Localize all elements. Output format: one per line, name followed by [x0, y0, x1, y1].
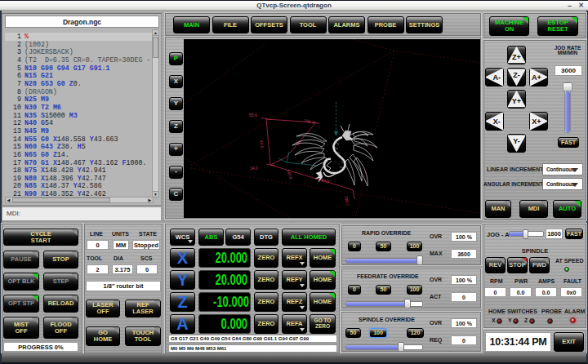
- svg-text:X-: X-: [493, 118, 501, 126]
- svg-text:55.6: 55.6: [249, 113, 257, 118]
- svg-text:Z+: Z+: [512, 53, 521, 61]
- svg-text:82.9: 82.9: [321, 177, 330, 184]
- svg-text:Y-: Y-: [513, 137, 520, 145]
- svg-text:140.9: 140.9: [286, 169, 293, 180]
- svg-text:100.4: 100.4: [304, 118, 315, 125]
- svg-text:Z-: Z-: [513, 71, 520, 79]
- svg-text:42.5: 42.5: [259, 140, 265, 149]
- svg-text:A+: A+: [532, 73, 541, 82]
- svg-text:A-: A-: [492, 73, 501, 82]
- svg-text:Y+: Y+: [512, 97, 521, 105]
- svg-text:200.7: 200.7: [344, 195, 350, 206]
- svg-text:14.0: 14.0: [250, 166, 258, 171]
- svg-text:X+: X+: [532, 118, 541, 126]
